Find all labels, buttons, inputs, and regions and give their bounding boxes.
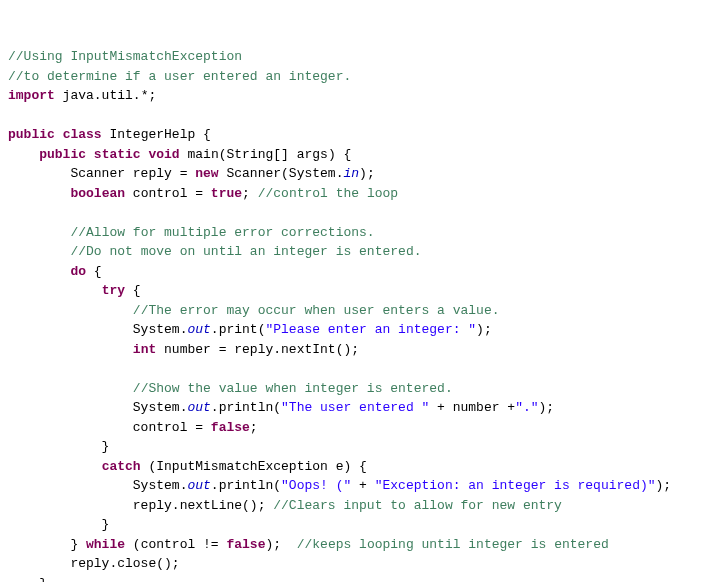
code-text: (InputMismatchException e) { <box>141 459 367 474</box>
static-field-in: in <box>343 166 359 181</box>
code-text: } <box>8 537 86 552</box>
code-text: Scanner reply = <box>8 166 195 181</box>
keyword-do: do <box>70 264 86 279</box>
code-text: } <box>8 517 109 532</box>
code-text: ); <box>265 537 296 552</box>
string-literal: "The user entered " <box>281 400 429 415</box>
code-text: ); <box>359 166 375 181</box>
string-literal: "Exception: an integer is required)" <box>375 478 656 493</box>
code-block: //Using InputMismatchException //to dete… <box>8 47 698 582</box>
code-text: main(String[] args) { <box>180 147 352 162</box>
string-literal: "Oops! (" <box>281 478 351 493</box>
keyword-catch: catch <box>102 459 141 474</box>
static-field-out: out <box>187 400 210 415</box>
static-field-out: out <box>187 478 210 493</box>
keyword-true: true <box>211 186 242 201</box>
code-text: control = <box>125 186 211 201</box>
string-literal: "Please enter an integer: " <box>265 322 476 337</box>
keyword-import: import <box>8 88 55 103</box>
comment-line: //Clears input to allow for new entry <box>273 498 562 513</box>
code-text: (control != <box>125 537 226 552</box>
keyword-boolean: boolean <box>70 186 125 201</box>
string-literal: "." <box>515 400 538 415</box>
code-text: ); <box>539 400 555 415</box>
comment-line: //Using InputMismatchException <box>8 49 242 64</box>
keyword-false: false <box>226 537 265 552</box>
code-text: .println( <box>211 478 281 493</box>
code-text: { <box>125 283 141 298</box>
keyword-void: void <box>148 147 179 162</box>
comment-line: //The error may occur when user enters a… <box>133 303 500 318</box>
code-text: ; <box>250 420 258 435</box>
code-text: reply.nextLine(); <box>8 498 273 513</box>
comment-line: //Show the value when integer is entered… <box>133 381 453 396</box>
comment-line: //Allow for multiple error corrections. <box>70 225 374 240</box>
code-text: IntegerHelp { <box>102 127 211 142</box>
keyword-public: public <box>39 147 86 162</box>
code-text: control = <box>8 420 211 435</box>
code-text: + number + <box>429 400 515 415</box>
code-text: ; <box>242 186 258 201</box>
keyword-int: int <box>133 342 156 357</box>
code-text: + <box>351 478 374 493</box>
code-text: java.util.*; <box>55 88 156 103</box>
code-text: Scanner(System. <box>219 166 344 181</box>
keyword-try: try <box>102 283 125 298</box>
comment-line: //to determine if a user entered an inte… <box>8 69 351 84</box>
code-text: System. <box>8 478 187 493</box>
code-text: { <box>86 264 102 279</box>
code-text: ); <box>476 322 492 337</box>
keyword-while: while <box>86 537 125 552</box>
comment-line: //keeps looping until integer is entered <box>297 537 609 552</box>
comment-line: //control the loop <box>258 186 398 201</box>
keyword-class: class <box>63 127 102 142</box>
code-text: number = reply.nextInt(); <box>156 342 359 357</box>
code-text: System. <box>8 322 187 337</box>
static-field-out: out <box>187 322 210 337</box>
keyword-static: static <box>94 147 141 162</box>
code-text: } <box>8 439 109 454</box>
code-text: } <box>8 576 47 583</box>
keyword-public: public <box>8 127 55 142</box>
code-text: ); <box>656 478 672 493</box>
keyword-new: new <box>195 166 218 181</box>
keyword-false: false <box>211 420 250 435</box>
code-text: .print( <box>211 322 266 337</box>
code-text: System. <box>8 400 187 415</box>
comment-line: //Do not move on until an integer is ent… <box>70 244 421 259</box>
code-text: reply.close(); <box>8 556 180 571</box>
code-text: .println( <box>211 400 281 415</box>
